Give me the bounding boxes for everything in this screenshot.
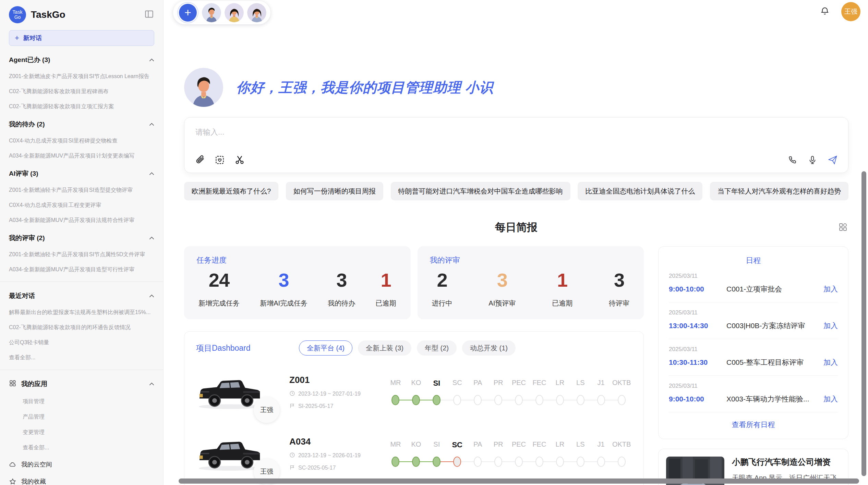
milestone-dot-LR	[556, 395, 564, 405]
recent-chat-item[interactable]: 解释最新出台的欧盟报废车法规再生塑料比例被调至15%...	[9, 309, 154, 316]
dashboard-tab-0[interactable]: 全新平台 (4)	[299, 340, 352, 356]
suggestion-chip[interactable]: 欧洲新规最近颁布了什么?	[184, 182, 278, 200]
milestone-label-OKTB: OKTB	[611, 379, 632, 388]
milestone-label-PEC: PEC	[509, 379, 529, 388]
scissors-icon[interactable]	[234, 155, 245, 165]
user-avatar[interactable]: 王强	[841, 2, 860, 21]
recent-chat-item[interactable]: C02-飞腾新能源轻客改款项目的闭环通告反馈情况	[9, 324, 154, 331]
schedule-join-link[interactable]: 加入	[823, 394, 838, 404]
sidebar-section-0[interactable]: Agent已办 (3)	[9, 55, 154, 65]
milestone-dot-OKTB	[618, 457, 626, 467]
app-logo: Task Go	[9, 6, 26, 23]
suggestion-chip[interactable]: 当下年轻人对汽车外观有怎样的喜好趋势	[710, 182, 848, 200]
schedule-join-link[interactable]: 加入	[823, 284, 838, 294]
schedule-time: 13:00-14:30	[669, 322, 726, 330]
milestone-label-KO: KO	[406, 379, 426, 388]
sidebar-section-recent[interactable]: 最近对话	[9, 291, 154, 301]
phone-icon[interactable]	[788, 155, 797, 165]
sidebar-task-item[interactable]: Z001-全新燃油轻卡产品开发项目SI造型提交物评审	[9, 187, 154, 194]
add-agent-button[interactable]: +	[179, 4, 197, 22]
dashboard-tab-3[interactable]: 动总开发 (1)	[462, 340, 516, 356]
horizontal-scrollbar[interactable]	[179, 478, 859, 484]
schedule-join-link[interactable]: 加入	[823, 321, 838, 331]
sidebar-section-2[interactable]: AI评审 (3)	[9, 169, 154, 179]
chat-input-card[interactable]: 请输入...	[184, 117, 848, 173]
microphone-icon[interactable]	[808, 155, 817, 165]
milestone-dot-PA	[474, 457, 482, 467]
sidebar-collapse-icon[interactable]	[144, 9, 154, 21]
milestone-label-MR: MR	[385, 379, 406, 388]
milestone-dot-SI	[433, 395, 441, 405]
app-item[interactable]: 变更管理	[9, 429, 154, 436]
app-item[interactable]: 查看全部...	[9, 444, 154, 451]
sidebar-link-cloud[interactable]: 我的云空间	[9, 460, 154, 469]
sidebar-task-item[interactable]: Z001-全新燃油轻卡产品开发项目SI节点属性5D文件评审	[9, 251, 154, 258]
project-row[interactable]: 王强 A034 2023-12-19 ~ 2026-01-19 SC-2025-…	[196, 429, 632, 479]
sidebar-task-item[interactable]: C0X4-动力总成开发项目工程变更评审	[9, 202, 154, 209]
stat: 3 我的待办	[328, 269, 355, 308]
my-apps-header[interactable]: 我的应用	[9, 378, 154, 390]
milestone-label-KO: KO	[406, 440, 426, 449]
sidebar-task-item[interactable]: Z001-全新燃油皮卡产品开发项目SI节点Lesson Learn报告	[9, 73, 154, 80]
recent-chat-item[interactable]: 查看全部...	[9, 354, 154, 361]
milestone-label-FEC: FEC	[529, 440, 550, 449]
milestone-label-LS: LS	[570, 379, 591, 388]
vertical-scrollbar[interactable]	[861, 171, 866, 476]
logo-text-2: Go	[14, 15, 21, 20]
sidebar-task-item[interactable]: A034-全新新能源MUV产品开发项目计划变更表编写	[9, 152, 154, 160]
sidebar-task-item[interactable]: A034-全新新能源MUV产品开发项目法规符合性评审	[9, 217, 154, 224]
app-item[interactable]: 项目管理	[9, 398, 154, 405]
sidebar-link-star[interactable]: 我的收藏	[9, 477, 154, 485]
greeting-block: 你好，王强，我是你的项目管理助理 小识	[184, 68, 848, 107]
project-owner-badge: 王强	[254, 397, 280, 423]
chevron-up-icon[interactable]	[149, 235, 154, 241]
chevron-up-icon[interactable]	[149, 293, 154, 299]
image-icon[interactable]	[215, 155, 225, 165]
sidebar-link-label: 我的收藏	[21, 477, 46, 485]
agent-avatar-1[interactable]	[202, 3, 221, 22]
dashboard-tab-1[interactable]: 全新上装 (3)	[358, 340, 411, 356]
send-icon[interactable]	[828, 155, 838, 165]
notification-bell-icon[interactable]	[820, 6, 830, 17]
chevron-up-icon[interactable]	[149, 121, 154, 127]
suggestion-chip[interactable]: 比亚迪全固态电池计划具体说了什么	[578, 182, 702, 200]
project-date-range: 2023-12-19 ~ 2026-01-19	[298, 452, 361, 459]
schedule-item: 2025/03/11 9:00-10:00 C001-立项审批会 加入	[669, 266, 838, 302]
sidebar-task-item[interactable]: C02-飞腾新能源轻客改款项目里程碑画布	[9, 88, 154, 95]
milestone-label-J1: J1	[591, 440, 611, 449]
agent-avatar-3[interactable]	[247, 3, 266, 22]
agent-switcher: +	[173, 1, 270, 24]
view-all-schedule-link[interactable]: 查看所有日程	[669, 412, 838, 437]
schedule-time: 9:00-10:00	[669, 285, 726, 293]
app-item[interactable]: 产品管理	[9, 413, 154, 421]
chevron-up-icon[interactable]	[149, 57, 154, 63]
new-chat-label: 新对话	[23, 34, 42, 42]
schedule-join-link[interactable]: 加入	[823, 358, 838, 367]
suggestion-chip[interactable]: 特朗普可能对进口汽车增税会对中国车企造成哪些影响	[391, 182, 570, 200]
recent-chat-item[interactable]: 公司Q3轻卡销量	[9, 339, 154, 346]
sidebar-task-item[interactable]: C0X4-动力总成开发项目SI里程碑提交物检查	[9, 137, 154, 145]
sidebar-section-3[interactable]: 我的评审 (2)	[9, 233, 154, 243]
suggestion-chip[interactable]: 如何写一份清晰的项目周报	[286, 182, 383, 200]
stats-card-title: 我的评审	[430, 255, 632, 265]
sidebar-task-item[interactable]: A034-全新新能源MUV产品开发项目造型可行性评审	[9, 266, 154, 273]
dashboard-tab-2[interactable]: 年型 (2)	[417, 340, 457, 356]
briefing-layout-icon[interactable]	[838, 222, 848, 233]
schedule-date: 2025/03/11	[669, 309, 838, 316]
stat-label: 新增AI完成任务	[260, 299, 308, 308]
project-row[interactable]: 王强 Z001 2023-12-19 ~ 2027-01-19 SI-2025-…	[196, 367, 632, 417]
my-apps-title: 我的应用	[21, 380, 144, 388]
agent-avatar-2[interactable]	[225, 3, 244, 22]
attachment-icon[interactable]	[195, 155, 205, 165]
milestone-label-OKTB: OKTB	[611, 440, 632, 449]
assistant-avatar	[184, 68, 223, 107]
new-chat-button[interactable]: + 新对话	[9, 30, 154, 46]
milestone-dot-J1	[597, 395, 605, 405]
stat: 3 AI预评审	[489, 269, 516, 308]
chevron-up-icon[interactable]	[149, 171, 154, 177]
stat-label: AI预评审	[489, 299, 516, 308]
chevron-up-icon[interactable]	[149, 381, 154, 387]
sidebar-section-1[interactable]: 我的待办 (2)	[9, 119, 154, 129]
sidebar-task-item[interactable]: C02-飞腾新能源轻客改款项目立项汇报方案	[9, 103, 154, 110]
stat: 1 已逾期	[375, 269, 396, 308]
